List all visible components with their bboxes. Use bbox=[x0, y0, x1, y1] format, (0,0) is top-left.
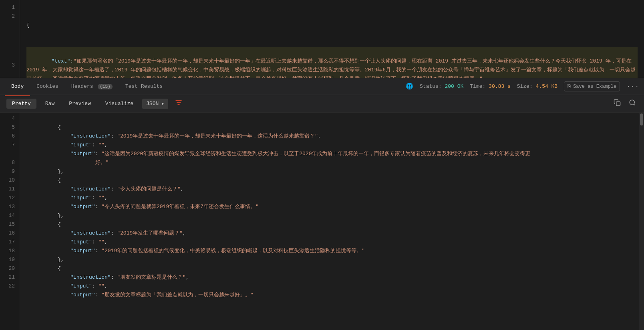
line-num-9: 9 bbox=[0, 167, 15, 176]
top-line-num-1: 1 bbox=[0, 3, 15, 12]
line-num-7: 7 bbox=[0, 141, 15, 150]
more-options-button[interactable]: ··· bbox=[626, 83, 639, 90]
json-line-22: "output": "朋友发的文章标题为「我们差点就以为，一切只会越来越好」。" bbox=[20, 282, 639, 291]
raw-button[interactable]: Raw bbox=[40, 99, 60, 109]
json-line-4: { bbox=[20, 114, 639, 123]
line-num-19: 19 bbox=[0, 255, 15, 264]
json-line-19: { bbox=[20, 255, 639, 264]
line-num-16: 16 bbox=[0, 229, 15, 238]
status-bar-right: 🌐 Status: 200 OK Time: 30.83 s Size: 4.5… bbox=[406, 81, 639, 91]
line-num-17: 17 bbox=[0, 238, 15, 247]
line-num-14: 14 bbox=[0, 211, 15, 220]
json-body[interactable]: { "instruction": "2019年是过去十年最坏的一年，却是未来十年… bbox=[20, 113, 639, 330]
headers-badge: (15) bbox=[98, 84, 112, 89]
save-as-example-button[interactable]: ⎘ Save as Example bbox=[564, 81, 620, 91]
scrollbar-thumb[interactable] bbox=[640, 113, 643, 126]
line-numbers: 4 5 6 7 8 9 10 11 12 13 14 15 16 17 18 1… bbox=[0, 113, 20, 330]
line-num-7b bbox=[0, 150, 15, 158]
vertical-scrollbar[interactable] bbox=[639, 113, 644, 330]
globe-icon: 🌐 bbox=[406, 83, 413, 90]
filter-icon[interactable] bbox=[175, 99, 183, 109]
size-label: Size: 4.54 KB bbox=[517, 83, 557, 89]
line-num-8: 8 bbox=[0, 158, 15, 167]
json-line-7: "output": "这话是因为2020年新冠疫情的爆发导致全球经济和生活生态遭… bbox=[20, 141, 639, 150]
top-line-num-2: 2 bbox=[0, 12, 15, 21]
tab-headers[interactable]: Headers (15) bbox=[65, 80, 119, 93]
json-line-12: "output": "令人头疼的问题是就算2019年槽糕，未来7年还会发生什么事… bbox=[20, 194, 639, 202]
tab-bar: Body Cookies Headers (15) Test Results 🌐… bbox=[0, 78, 644, 95]
tab-body[interactable]: Body bbox=[5, 80, 30, 93]
copy-button[interactable] bbox=[612, 97, 622, 110]
line-num-4: 4 bbox=[0, 114, 15, 123]
line-num-22: 22 bbox=[0, 282, 15, 291]
pretty-button[interactable]: Pretty bbox=[6, 99, 36, 109]
line-num-18: 18 bbox=[0, 247, 15, 255]
json-line-5: "instruction": "2019年是过去十年最坏的一年，却是未来十年最好… bbox=[20, 123, 639, 132]
line-num-5: 5 bbox=[0, 123, 15, 132]
line-num-20: 20 bbox=[0, 264, 15, 273]
tab-cookies[interactable]: Cookies bbox=[30, 80, 65, 93]
line-num-15: 15 bbox=[0, 220, 15, 229]
search-button[interactable] bbox=[627, 97, 638, 110]
status-label: Status: 200 OK bbox=[420, 83, 463, 89]
json-line-15: "instruction": "2019年发生了哪些问题？", bbox=[20, 220, 639, 229]
status-value: 200 OK bbox=[445, 83, 463, 89]
line-num-13: 13 bbox=[0, 202, 15, 211]
size-value: 4.54 KB bbox=[536, 83, 558, 89]
line-num-10: 10 bbox=[0, 176, 15, 185]
time-label: Time: 30.83 s bbox=[470, 83, 510, 89]
save-icon: ⎘ bbox=[568, 83, 571, 89]
json-line-10: "instruction": "令人头疼的问题是什么？", bbox=[20, 176, 639, 185]
format-bar-actions bbox=[612, 97, 638, 110]
json-line-8: }, bbox=[20, 158, 639, 167]
top-editor-content: { "text":"如果那句著名的「2019年是过去十年最坏的一年，却是未来十年… bbox=[20, 0, 644, 78]
preview-button[interactable]: Preview bbox=[63, 99, 97, 109]
svg-line-5 bbox=[634, 104, 635, 105]
tab-test-results[interactable]: Test Results bbox=[119, 80, 169, 93]
json-line-14: { bbox=[20, 211, 639, 220]
main-content: 4 5 6 7 8 9 10 11 12 13 14 15 16 17 18 1… bbox=[0, 113, 644, 330]
line-num-11: 11 bbox=[0, 185, 15, 194]
visualize-button[interactable]: Visualize bbox=[100, 99, 139, 109]
line-num-6: 6 bbox=[0, 132, 15, 141]
line-num-12: 12 bbox=[0, 194, 15, 202]
dropdown-arrow-icon: ▾ bbox=[161, 101, 164, 107]
top-editor: 1 2 3 { "text":"如果那句著名的「2019年是过去十年最坏的一年，… bbox=[0, 0, 644, 78]
json-line-9: { bbox=[20, 167, 639, 176]
json-line-20: "instruction": "朋友发的文章标题是什么？", bbox=[20, 264, 639, 273]
time-value: 30.83 s bbox=[489, 83, 511, 89]
line-num-21: 21 bbox=[0, 273, 15, 282]
svg-point-4 bbox=[630, 100, 634, 105]
json-line-17: "output": "2019年的问题包括槽糕的气候变化，中美贸易战，极端组织的… bbox=[20, 238, 639, 247]
top-line-num-3: 3 bbox=[0, 61, 20, 70]
svg-rect-3 bbox=[616, 102, 620, 106]
json-format-dropdown[interactable]: JSON ▾ bbox=[142, 99, 168, 109]
top-line-numbers: 1 2 3 bbox=[0, 0, 20, 78]
format-bar: Pretty Raw Preview Visualize JSON ▾ bbox=[0, 95, 644, 113]
